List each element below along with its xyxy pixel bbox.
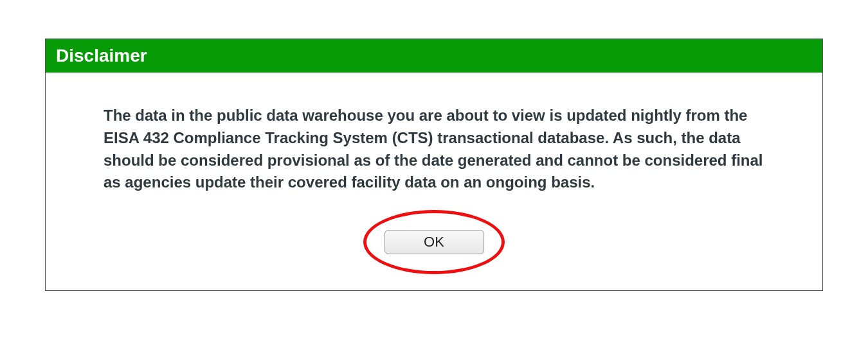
button-row: OK	[104, 213, 764, 271]
dialog-title: Disclaimer	[46, 39, 822, 73]
dialog-body: The data in the public data warehouse yo…	[46, 73, 822, 290]
disclaimer-dialog: Disclaimer The data in the public data w…	[45, 39, 823, 291]
ok-button[interactable]: OK	[384, 230, 484, 254]
disclaimer-text: The data in the public data warehouse yo…	[104, 105, 764, 194]
